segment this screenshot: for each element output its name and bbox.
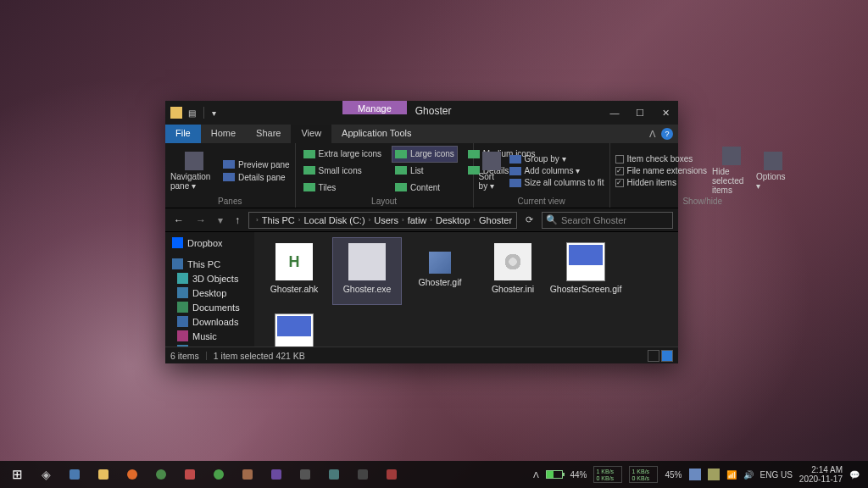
file-ghoster-ini[interactable]: Ghoster.ini	[478, 237, 548, 305]
qat-customize-icon[interactable]: ▾	[209, 108, 219, 118]
nav-music[interactable]: Music	[165, 329, 254, 343]
group-by-button[interactable]: Group by ▾	[509, 153, 604, 164]
taskbar-app-12[interactable]	[378, 463, 405, 486]
up-button[interactable]: ↑	[231, 214, 243, 226]
layout-content[interactable]: Content	[392, 180, 457, 195]
taskbar-firefox[interactable]	[119, 463, 146, 486]
item-check-boxes-toggle[interactable]: Item check boxes	[615, 153, 708, 164]
crumb-ghoster[interactable]: Ghoster	[476, 215, 515, 225]
close-button[interactable]: ✕	[653, 101, 678, 125]
file-ghoster-ahk[interactable]: HGhoster.ahk	[259, 237, 329, 305]
help-icon[interactable]: ?	[661, 128, 673, 140]
exe-file-icon	[348, 243, 386, 280]
file-ghosterscreenp-gif[interactable]: GhosterScreenP.gif	[259, 308, 329, 347]
taskbar-app-7[interactable]	[234, 463, 261, 486]
options-label: Options ▾	[756, 172, 790, 191]
nav-this-pc[interactable]: This PC	[165, 257, 254, 271]
nav-dropbox[interactable]: Dropbox	[165, 236, 254, 250]
tab-share[interactable]: Share	[246, 125, 291, 143]
tray-icon-1[interactable]	[689, 469, 701, 480]
large-icons-view-button[interactable]	[661, 350, 673, 362]
layout-extra-large[interactable]: Extra large icons	[301, 147, 384, 162]
sort-by-button[interactable]: Sort by ▾	[479, 147, 504, 195]
layout-small[interactable]: Small icons	[301, 164, 384, 179]
nav-pane-label: Navigation pane ▾	[170, 172, 218, 191]
taskbar-explorer[interactable]	[90, 463, 117, 486]
taskbar-app-8[interactable]	[263, 463, 290, 486]
xl-icon	[303, 150, 315, 158]
taskbar-app-11[interactable]	[349, 463, 376, 486]
file-name-extensions-toggle[interactable]: ✓File name extensions	[615, 165, 708, 176]
nav-documents[interactable]: Documents	[165, 300, 254, 314]
tray-icon-2[interactable]	[708, 469, 720, 480]
file-ghoster-gif[interactable]: Ghoster.gif	[405, 237, 475, 305]
forward-button[interactable]: →	[192, 214, 209, 226]
file-list[interactable]: HGhoster.ahkGhoster.exeGhoster.gifGhoste…	[254, 232, 678, 347]
search-input[interactable]: 🔍 Search Ghoster	[542, 212, 673, 229]
group-icon	[509, 155, 521, 164]
options-button[interactable]: Options ▾	[756, 147, 790, 195]
refresh-button[interactable]: ⟳	[522, 214, 537, 225]
taskbar-app-1[interactable]	[61, 463, 88, 486]
titlebar[interactable]: ▤ ▾ Manage Ghoster — ☐ ✕	[165, 101, 678, 125]
img-file-icon	[275, 314, 313, 347]
nav-3d-objects[interactable]: 3D Objects	[165, 271, 254, 286]
desktop-icon	[177, 287, 188, 298]
taskbar-app-10[interactable]	[320, 463, 348, 486]
layout-list[interactable]: List	[392, 164, 457, 179]
back-button[interactable]: ←	[170, 214, 187, 226]
crumb-disk[interactable]: Local Disk (C:)	[300, 215, 368, 225]
language-indicator[interactable]: ENG US	[760, 470, 793, 480]
crumb-user[interactable]: fatiw	[404, 215, 431, 225]
crumb-users[interactable]: Users	[370, 215, 402, 225]
group-label-panes: Panes	[170, 195, 290, 206]
layout-large[interactable]: Large icons	[392, 147, 457, 162]
hidden-items-toggle[interactable]: ✓Hidden items	[615, 177, 708, 188]
taskbar-app-6[interactable]	[205, 463, 232, 486]
notifications-icon[interactable]: 💬	[849, 470, 860, 480]
qat-pin-icon[interactable]: ▤	[186, 108, 198, 118]
network-meter[interactable]: 1 KB/s 0 KB/s	[593, 466, 622, 483]
taskbar-shield-icon[interactable]: ◈	[32, 463, 59, 486]
tab-file[interactable]: File	[165, 125, 201, 143]
hide-selected-button[interactable]: Hide selected items	[712, 147, 751, 195]
volume-icon[interactable]: 🔊	[743, 470, 754, 480]
tray-overflow-icon[interactable]: ᐱ	[533, 470, 539, 480]
wifi-icon[interactable]: 📶	[726, 470, 737, 480]
breadcrumb[interactable]: › This PC› Local Disk (C:)› Users› fatiw…	[248, 212, 517, 229]
nav-downloads[interactable]: Downloads	[165, 314, 254, 329]
recent-locations-button[interactable]: ▾	[214, 214, 226, 226]
group-label-show-hide: Show/hide	[615, 195, 791, 206]
layout-tiles[interactable]: Tiles	[301, 180, 384, 195]
start-button[interactable]: ⊞	[3, 463, 31, 486]
tab-application-tools[interactable]: Application Tools	[331, 125, 421, 143]
tab-home[interactable]: Home	[201, 125, 246, 143]
add-columns-button[interactable]: Add columns ▾	[509, 165, 604, 176]
details-view-button[interactable]	[648, 350, 659, 362]
taskbar-app-5[interactable]	[176, 463, 203, 486]
search-icon: 🔍	[546, 214, 558, 225]
taskbar[interactable]: ⊞ ◈ ᐱ 44% 1 KB/s 0 KB/s 1 KB/s 0 KB/s 45…	[0, 461, 868, 488]
battery-icon[interactable]	[546, 470, 563, 479]
navigation-pane[interactable]: Dropbox This PC 3D Objects Desktop Docum…	[165, 232, 254, 347]
file-ghosterscreen-gif[interactable]: GhosterScreen.gif	[551, 237, 620, 305]
details-pane-button[interactable]: Details pane	[223, 172, 290, 183]
taskbar-app-9[interactable]	[292, 463, 319, 486]
size-columns-button[interactable]: Size all columns to fit	[509, 177, 604, 188]
network-meter-2[interactable]: 1 KB/s 0 KB/s	[629, 466, 658, 483]
minimize-button[interactable]: —	[602, 101, 627, 125]
tab-view[interactable]: View	[291, 125, 331, 143]
crumb-dropdown-icon[interactable]: ⌄	[515, 214, 517, 225]
preview-pane-button[interactable]: Preview pane	[223, 159, 290, 170]
group-label-current-view: Current view	[479, 195, 604, 206]
file-ghoster-exe[interactable]: Ghoster.exe	[332, 237, 402, 305]
hide-icon	[722, 147, 741, 165]
navigation-pane-button[interactable]: Navigation pane ▾	[170, 147, 218, 195]
maximize-button[interactable]: ☐	[627, 101, 653, 125]
collapse-ribbon-icon[interactable]: ᐱ	[649, 129, 656, 140]
clock[interactable]: 2:14 AM 2020-11-17	[799, 465, 843, 484]
crumb-this-pc[interactable]: This PC	[259, 215, 298, 225]
nav-desktop[interactable]: Desktop	[165, 286, 254, 300]
crumb-desktop[interactable]: Desktop	[432, 215, 473, 225]
taskbar-chrome[interactable]	[147, 463, 175, 486]
